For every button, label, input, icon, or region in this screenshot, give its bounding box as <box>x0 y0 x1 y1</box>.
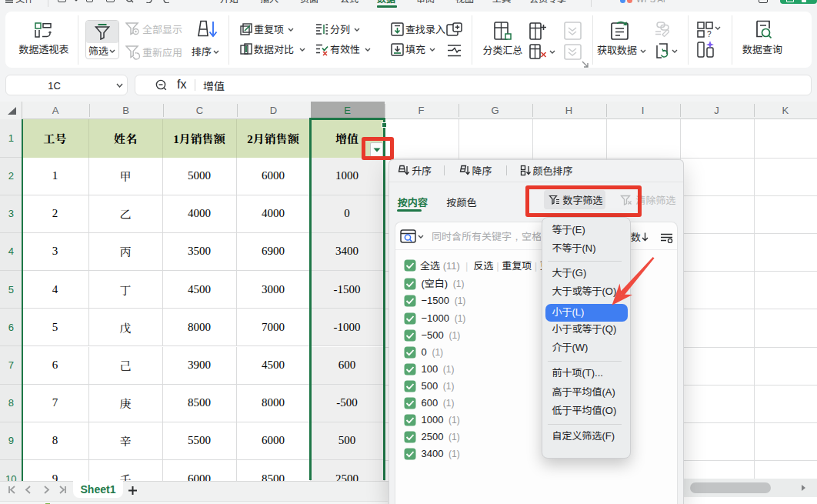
svg-text:?: ? <box>707 30 712 38</box>
